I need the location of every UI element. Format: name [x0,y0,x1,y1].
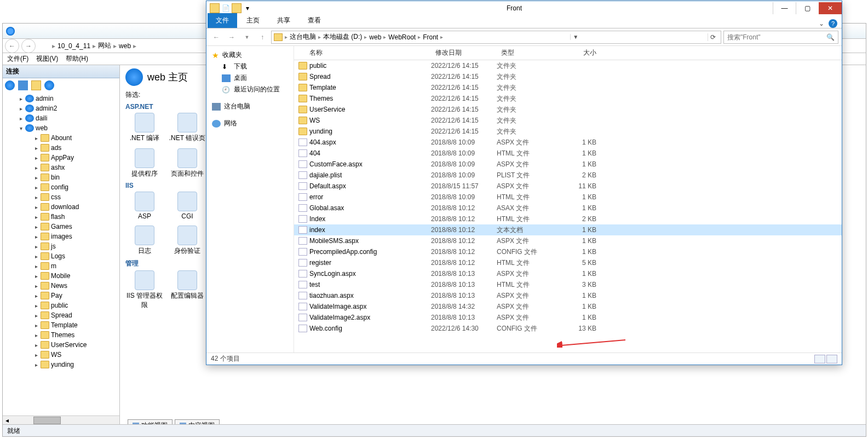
menu-file[interactable]: 文件(F) [7,54,28,63]
tree-node[interactable]: ▾web [3,123,119,133]
expander-icon[interactable]: ▸ [33,194,39,200]
file-row[interactable]: error2018/8/8 10:09HTML 文件1 KB [294,192,842,203]
expander-icon[interactable]: ▸ [33,155,39,161]
search-input[interactable] [727,33,826,41]
feature-item[interactable]: .NET 编译 [125,113,164,143]
breadcrumb-item[interactable]: web [369,33,381,41]
feature-item[interactable]: ASP [125,192,164,220]
tree-node[interactable]: ▸Abount [3,133,119,143]
file-list[interactable]: public2022/12/6 14:15文件夹Spread2022/12/6 … [294,60,842,353]
save-icon[interactable] [18,80,28,90]
file-row[interactable]: yunding2022/12/6 14:15文件夹 [294,126,842,137]
expander-icon[interactable]: ▸ [33,313,39,319]
qat-open-icon[interactable] [232,3,242,13]
expander-icon[interactable]: ▸ [33,283,39,289]
file-row[interactable]: ValidateImage.aspx2018/8/8 14:32ASPX 文件1… [294,301,842,312]
nav-back-button[interactable]: ← [5,39,19,53]
ribbon-expand-icon[interactable]: ⌄ [819,20,824,27]
feature-item[interactable]: .NET 错误页 [168,113,206,143]
tree-node[interactable]: ▸Logs [3,251,119,261]
sidebar-item-downloads[interactable]: ⬇下载 [206,61,294,72]
column-date[interactable]: 修改日期 [431,48,497,57]
breadcrumb-item[interactable]: Front [423,33,438,41]
tree-node[interactable]: ▸daili [3,113,119,123]
file-row[interactable]: Web.config2022/12/6 14:30CONFIG 文件13 KB [294,323,842,334]
tree-node[interactable]: ▸download [3,202,119,212]
file-row[interactable]: Index2018/8/8 10:12HTML 文件2 KB [294,213,842,224]
expander-icon[interactable]: ▸ [33,244,39,250]
expander-icon[interactable]: ▸ [33,352,39,358]
expander-icon[interactable]: ▸ [33,342,39,348]
menu-help[interactable]: 帮助(H) [66,54,88,63]
breadcrumb-item[interactable]: 网站 [98,41,111,50]
tree-node[interactable]: ▸yunding [3,360,119,369]
column-type[interactable]: 类型 [497,48,562,57]
expander-icon[interactable]: ▸ [33,322,39,328]
expander-icon[interactable]: ▸ [33,362,39,368]
tree-node[interactable]: ▸UserService [3,340,119,350]
sidebar-favorites[interactable]: ★收藏夹 [206,49,294,61]
breadcrumb-item[interactable]: 这台电脑 [290,32,316,42]
feature-item[interactable]: 页面和控件 [168,148,206,178]
minimize-button[interactable]: — [773,2,796,14]
column-size[interactable]: 大小 [562,48,601,57]
view-details-button[interactable] [814,355,825,363]
file-row[interactable]: CustomFace.aspx2018/8/8 10:09ASPX 文件1 KB [294,159,842,170]
expander-icon[interactable]: ▾ [18,125,24,131]
tree-node[interactable]: ▸Themes [3,330,119,340]
tree-node[interactable]: ▸m [3,261,119,271]
folder-icon[interactable] [31,80,41,90]
column-headers[interactable]: 名称 修改日期 类型 大小 [294,46,842,60]
qat-dropdown-icon[interactable]: ▾ [243,3,252,13]
expander-icon[interactable]: ▸ [18,115,24,122]
file-row[interactable]: Default.aspx2018/8/15 11:57ASPX 文件11 KB [294,181,842,192]
nav-history-button[interactable]: ▼ [240,31,254,44]
file-row[interactable]: tiaozhuan.aspx2018/8/8 10:13ASPX 文件1 KB [294,290,842,301]
breadcrumb-item[interactable]: 10_0_4_11 [58,42,90,50]
expander-icon[interactable]: ▸ [33,145,39,151]
nav-forward-button[interactable]: → [21,39,36,53]
feature-item[interactable]: 日志 [125,226,164,256]
expander-icon[interactable]: ▸ [33,204,39,210]
feature-item[interactable]: 配置编辑器 [168,270,206,310]
tree-node[interactable]: ▸bin [3,172,119,182]
file-row[interactable]: Spread2022/12/6 14:15文件夹 [294,71,842,82]
expander-icon[interactable]: ▸ [33,135,39,141]
view-icons-button[interactable] [826,355,837,363]
tree-node[interactable]: ▸admin2 [3,103,119,113]
file-row[interactable]: UserService2022/12/6 14:15文件夹 [294,104,842,115]
file-row[interactable]: public2022/12/6 14:15文件夹 [294,60,842,71]
tree-node[interactable]: ▸ads [3,143,119,153]
address-bar[interactable]: ▸ 这台电脑▸ 本地磁盘 (D:)▸ web▸ WebRoot▸ Front▸ … [271,31,721,44]
expander-icon[interactable]: ▸ [33,303,39,309]
feature-item[interactable]: CGI [168,192,206,220]
file-row[interactable]: MobileSMS.aspx2018/8/8 10:12ASPX 文件1 KB [294,235,842,246]
file-row[interactable]: ValidateImage2.aspx2018/8/8 10:13ASPX 文件… [294,312,842,323]
qat-properties-icon[interactable]: 📄 [221,3,231,13]
expander-icon[interactable]: ▸ [33,175,39,181]
file-row[interactable]: Global.asax2018/8/8 10:12ASAX 文件1 KB [294,203,842,213]
expander-icon[interactable]: ▸ [33,293,39,299]
tree-node[interactable]: ▸config [3,182,119,192]
connect-icon[interactable] [5,80,15,90]
connections-tree[interactable]: ▸admin▸admin2▸daili▾web▸Abount▸ads▸AppPa… [3,93,119,415]
search-box[interactable]: 🔍 [723,31,838,44]
tree-node[interactable]: ▸Mobile [3,271,119,281]
menu-view[interactable]: 视图(V) [36,54,58,63]
search-icon[interactable]: 🔍 [826,33,835,41]
navigation-pane[interactable]: ★收藏夹 ⬇下载 桌面 🕘最近访问的位置 这台电脑 网络 [206,46,294,353]
maximize-button[interactable]: ▢ [796,2,819,14]
tree-node[interactable]: ▸Template [3,320,119,330]
expander-icon[interactable]: ▸ [33,165,39,171]
nav-up-button[interactable]: ↑ [256,31,269,44]
file-row[interactable]: test2018/8/8 10:13HTML 文件3 KB [294,279,842,290]
expander-icon[interactable]: ▸ [33,273,39,279]
expander-icon[interactable]: ▸ [33,332,39,338]
tree-node[interactable]: ▸Pay [3,291,119,301]
iis-breadcrumb[interactable]: ▸ 10_0_4_11 ▸ 网站 ▸ web ▸ [41,41,136,50]
file-row[interactable]: 4042018/8/8 10:09HTML 文件1 KB [294,148,842,159]
breadcrumb-item[interactable]: 本地磁盘 (D:) [323,32,362,42]
breadcrumb-item[interactable]: web [119,42,131,50]
nav-back-button[interactable]: ← [210,31,223,44]
feature-item[interactable]: 提供程序 [125,148,164,178]
